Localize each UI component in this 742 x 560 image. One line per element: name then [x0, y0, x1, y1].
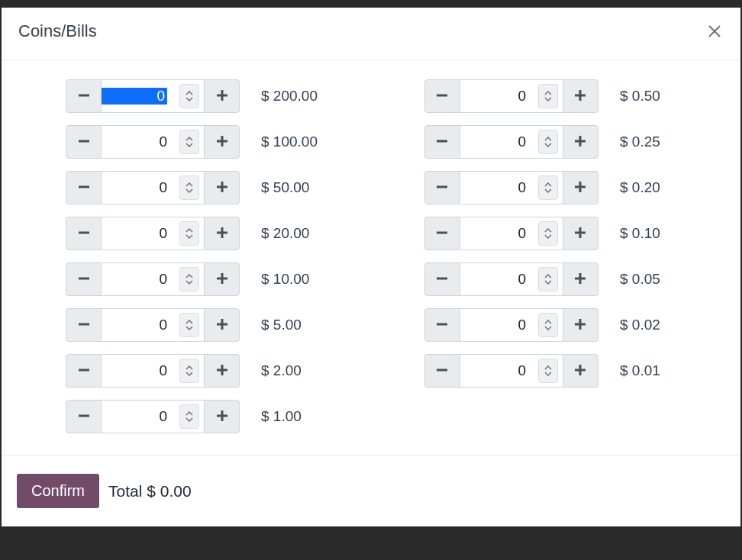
- increment-button[interactable]: [563, 217, 598, 250]
- quantity-input[interactable]: 0: [460, 308, 563, 342]
- decrement-button[interactable]: [424, 217, 460, 250]
- quantity-input[interactable]: 0: [102, 354, 204, 388]
- increment-button[interactable]: [563, 79, 598, 113]
- quantity-stepper: 0: [424, 217, 598, 250]
- denomination-label: $ 0.02: [620, 317, 660, 333]
- denomination-label: $ 20.00: [261, 225, 309, 242]
- increment-button[interactable]: [204, 125, 240, 159]
- decrement-button[interactable]: [424, 79, 460, 113]
- quantity-input[interactable]: 0: [102, 125, 204, 159]
- spinner-control[interactable]: [538, 130, 558, 154]
- plus-icon: [215, 317, 229, 333]
- plus-icon: [573, 180, 587, 196]
- increment-button[interactable]: [204, 308, 240, 342]
- spinner-control[interactable]: [179, 221, 199, 246]
- quantity-value: 0: [102, 88, 167, 105]
- minus-icon: [77, 89, 91, 105]
- quantity-input[interactable]: 0: [460, 354, 563, 388]
- spinner-control[interactable]: [179, 404, 199, 429]
- quantity-input[interactable]: 0: [102, 308, 204, 342]
- quantity-input[interactable]: 0: [460, 79, 563, 113]
- quantity-stepper: 0: [66, 400, 240, 433]
- decrement-button[interactable]: [66, 308, 102, 342]
- decrement-button[interactable]: [66, 125, 102, 159]
- quantity-input[interactable]: 0: [102, 79, 204, 113]
- spinner-control[interactable]: [179, 359, 199, 383]
- decrement-button[interactable]: [66, 171, 102, 204]
- increment-button[interactable]: [204, 171, 240, 204]
- spinner-control[interactable]: [538, 313, 558, 337]
- quantity-input[interactable]: 0: [102, 262, 204, 296]
- quantity-value: 0: [460, 362, 538, 379]
- increment-button[interactable]: [204, 400, 240, 433]
- decrement-button[interactable]: [66, 354, 102, 388]
- denomination-row: 0$ 0.05: [424, 262, 660, 296]
- increment-button[interactable]: [563, 171, 598, 204]
- increment-button[interactable]: [204, 217, 240, 250]
- denomination-row: 0$ 2.00: [66, 354, 318, 388]
- quantity-value: 0: [460, 225, 538, 242]
- spinner-control[interactable]: [538, 359, 558, 383]
- spinner-control[interactable]: [538, 267, 558, 291]
- increment-button[interactable]: [204, 354, 240, 388]
- decrement-button[interactable]: [66, 400, 102, 433]
- quantity-stepper: 0: [66, 171, 240, 204]
- minus-icon: [77, 134, 91, 150]
- quantity-value: 0: [102, 134, 179, 150]
- denomination-row: 0$ 50.00: [66, 171, 318, 204]
- increment-button[interactable]: [563, 308, 598, 342]
- quantity-input[interactable]: 0: [102, 400, 204, 433]
- spinner-control[interactable]: [538, 84, 558, 108]
- spinner-control[interactable]: [538, 175, 558, 200]
- decrement-button[interactable]: [424, 354, 460, 388]
- confirm-button[interactable]: Confirm: [17, 474, 99, 508]
- increment-button[interactable]: [563, 262, 598, 296]
- denomination-row: 0$ 0.02: [424, 308, 660, 342]
- spinner-control[interactable]: [179, 175, 199, 200]
- increment-button[interactable]: [563, 354, 598, 388]
- increment-button[interactable]: [204, 262, 240, 296]
- decrement-button[interactable]: [66, 217, 102, 250]
- spinner-control[interactable]: [179, 84, 199, 108]
- quantity-value: 0: [102, 271, 179, 288]
- minus-icon: [77, 317, 91, 333]
- minus-icon: [77, 409, 91, 425]
- quantity-input[interactable]: 0: [460, 125, 563, 159]
- spinner-control[interactable]: [179, 130, 199, 154]
- quantity-stepper: 0: [66, 217, 240, 250]
- increment-button[interactable]: [204, 79, 240, 113]
- denomination-row: 0$ 5.00: [66, 308, 318, 342]
- quantity-value: 0: [460, 317, 538, 333]
- quantity-input[interactable]: 0: [460, 217, 563, 250]
- close-button[interactable]: [705, 22, 724, 40]
- modal-footer: Confirm Total $ 0.00: [2, 455, 740, 526]
- denomination-label: $ 0.01: [620, 362, 660, 379]
- denomination-label: $ 0.25: [620, 134, 660, 150]
- spinner-control[interactable]: [179, 313, 199, 337]
- minus-icon: [435, 226, 449, 242]
- plus-icon: [215, 89, 229, 105]
- quantity-value: 0: [102, 317, 179, 333]
- decrement-button[interactable]: [424, 262, 460, 296]
- denomination-row: 0$ 0.10: [424, 217, 660, 250]
- denomination-label: $ 50.00: [261, 179, 309, 196]
- quantity-input[interactable]: 0: [460, 171, 563, 204]
- decrement-button[interactable]: [424, 125, 460, 159]
- decrement-button[interactable]: [424, 171, 460, 204]
- minus-icon: [435, 363, 449, 379]
- minus-icon: [77, 272, 91, 288]
- quantity-stepper: 0: [424, 262, 598, 296]
- decrement-button[interactable]: [66, 79, 102, 113]
- decrement-button[interactable]: [424, 308, 460, 342]
- quantity-value: 0: [102, 408, 179, 425]
- coins-bills-modal: Coins/Bills 0$ 200.000$ 100.000$ 50.000$…: [2, 8, 740, 526]
- close-icon: [705, 22, 724, 40]
- quantity-input[interactable]: 0: [102, 171, 204, 204]
- quantity-stepper: 0: [424, 79, 598, 113]
- spinner-control[interactable]: [179, 267, 199, 291]
- quantity-input[interactable]: 0: [460, 262, 563, 296]
- spinner-control[interactable]: [538, 221, 558, 246]
- decrement-button[interactable]: [66, 262, 102, 296]
- quantity-input[interactable]: 0: [102, 217, 204, 250]
- increment-button[interactable]: [563, 125, 598, 159]
